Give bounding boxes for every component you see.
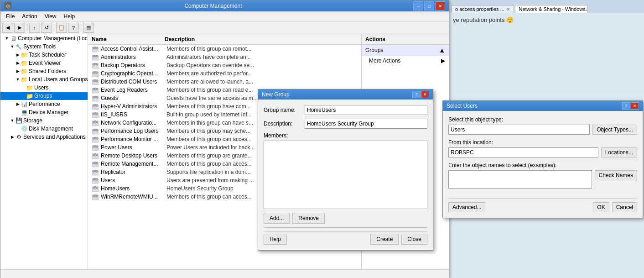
close-dialog-button[interactable]: Close (401, 234, 427, 245)
new-group-dialog: New Group ? ✕ Group name: Description: M… (258, 89, 433, 251)
tree-item-shared-folders[interactable]: ▶ 📁 Shared Folders (0, 67, 88, 75)
tree-item-disk-management[interactable]: 💿 Disk Management (0, 125, 88, 133)
maximize-button[interactable]: □ (424, 1, 434, 10)
tree-item-device-manager[interactable]: 💻 Device Manager (0, 108, 88, 116)
expand-icon-10 (15, 110, 21, 115)
expand-icon-3: ▶ (15, 52, 21, 58)
description-input[interactable] (305, 119, 427, 129)
toolbar-refresh[interactable]: ↺ (41, 23, 52, 33)
app-icon: ⚙ (4, 2, 11, 10)
tree-item-local-users[interactable]: ▼ 📁 Local Users and Groups (0, 75, 88, 84)
check-names-button[interactable]: Check Names (595, 170, 637, 180)
group-name: Performance Log Users (101, 128, 166, 134)
toolbar-up[interactable]: ↑ (29, 23, 40, 33)
create-button[interactable]: Create (370, 234, 399, 245)
table-row[interactable]: Access Control Assist...Members of this … (88, 45, 361, 53)
table-row[interactable]: Cryptographic Operat...Members are autho… (88, 69, 361, 78)
menu-file[interactable]: File (2, 12, 18, 21)
svg-point-67 (96, 178, 99, 181)
group-name: WinRMRemoteWMIU... (101, 194, 166, 200)
names-row: Check Names (448, 170, 637, 194)
svg-point-31 (96, 105, 99, 107)
svg-rect-20 (92, 90, 99, 93)
tree-item-storage[interactable]: ▼ 💾 Storage (0, 116, 88, 125)
table-row[interactable]: Distributed COM UsersMembers are allowed… (88, 78, 361, 86)
tab-close-icon-1[interactable]: ✕ (506, 7, 510, 12)
group-name: Access Control Assist... (101, 46, 166, 52)
help-button[interactable]: Help (264, 234, 287, 245)
groups-action-item[interactable]: Groups ▲ (362, 45, 449, 56)
group-icon (92, 160, 99, 168)
names-textarea[interactable] (448, 170, 592, 189)
menu-action[interactable]: Action (18, 12, 41, 21)
svg-rect-12 (92, 74, 99, 77)
toolbar-sep-1 (27, 24, 27, 32)
group-name: Power Users (101, 144, 166, 151)
minimize-button[interactable]: ─ (413, 1, 423, 10)
browser-tab-2[interactable]: Network & Sharing - Windows... ✕ (515, 5, 588, 13)
group-description: Backup Operators can override se... (166, 62, 358, 68)
svg-rect-64 (92, 181, 99, 184)
close-button[interactable]: ✕ (435, 1, 445, 10)
toolbar-sep-3 (81, 24, 81, 32)
col-desc-header: Description (165, 36, 358, 42)
new-group-title: New Group (262, 91, 412, 98)
new-group-help-btn[interactable]: ? (412, 91, 421, 98)
toolbar-view[interactable]: ▤ (83, 23, 94, 33)
group-icon (92, 119, 99, 126)
toolbar-help[interactable]: ? (68, 23, 79, 33)
dialog-actions-row: Help Create Close (264, 231, 427, 245)
menu-view[interactable]: View (41, 12, 60, 21)
object-type-input[interactable] (448, 125, 590, 135)
tree-item-services[interactable]: ▶ ⚙ Services and Applications (0, 133, 88, 141)
svg-rect-52 (92, 156, 99, 159)
svg-rect-8 (92, 66, 99, 68)
ok-button[interactable]: OK (593, 202, 609, 212)
cancel-button[interactable]: Cancel (612, 202, 637, 212)
groups-expand-icon: ▲ (439, 47, 445, 54)
svg-point-23 (96, 88, 99, 90)
expand-icon-6: ▼ (15, 77, 21, 82)
svg-point-55 (96, 154, 99, 156)
group-name: Remote Management... (101, 161, 166, 167)
locations-button[interactable]: Locations... (601, 147, 637, 157)
more-actions-item[interactable]: More Actions ▶ (362, 56, 449, 65)
select-users-close-btn[interactable]: ✕ (631, 102, 639, 110)
toolbar-export[interactable]: 📋 (56, 23, 67, 33)
tree-item-groups[interactable]: 📁 Groups (0, 92, 88, 100)
browser-tab-1[interactable]: o access properties ... ✕ (451, 5, 514, 13)
group-name: Backup Operators (101, 62, 166, 68)
tree-item-task-scheduler[interactable]: ▶ 📁 Task Scheduler (0, 51, 88, 59)
group-icon (92, 168, 99, 176)
svg-rect-16 (92, 82, 99, 85)
menu-help[interactable]: Help (60, 12, 79, 21)
tree-item-performance[interactable]: ▶ 📊 Performance (0, 100, 88, 108)
svg-rect-0 (92, 49, 99, 52)
group-name: Guests (101, 95, 166, 101)
table-row[interactable]: AdministratorsAdministrators have comple… (88, 53, 361, 61)
folder-icon-2: 📁 (21, 59, 28, 67)
group-name-input[interactable] (305, 105, 427, 115)
tree-item-event-viewer[interactable]: ▶ 📁 Event Viewer (0, 59, 88, 67)
actions-header: Actions (362, 34, 449, 45)
remove-button[interactable]: Remove (292, 213, 325, 224)
group-icon (92, 111, 99, 118)
toolbar-forward[interactable]: ▶ (14, 23, 25, 33)
svg-rect-44 (92, 140, 99, 142)
tree-item-system-tools[interactable]: ▼ 🔧 System Tools (0, 42, 88, 51)
toolbar-back[interactable]: ◀ (2, 23, 13, 33)
tree-item-computer[interactable]: ▼ 🖥 Computer Management (Local (0, 34, 88, 42)
location-input[interactable] (448, 147, 598, 157)
tree-item-users[interactable]: 📁 Users (0, 84, 88, 92)
toolbar: ◀ ▶ ↑ ↺ 📋 ? ▤ (0, 21, 449, 34)
new-group-close-btn[interactable]: ✕ (421, 91, 429, 98)
advanced-button[interactable]: Advanced... (448, 202, 485, 212)
select-users-help-btn[interactable]: ? (622, 102, 630, 110)
group-icon (92, 45, 99, 52)
group-name: Network Configuratio... (101, 120, 166, 126)
location-row: Locations... (448, 147, 637, 157)
expand-icon-9: ▶ (15, 101, 21, 107)
add-button[interactable]: Add... (264, 213, 290, 224)
table-row[interactable]: Backup OperatorsBackup Operators can ove… (88, 61, 361, 69)
object-types-button[interactable]: Object Types... (592, 125, 637, 135)
